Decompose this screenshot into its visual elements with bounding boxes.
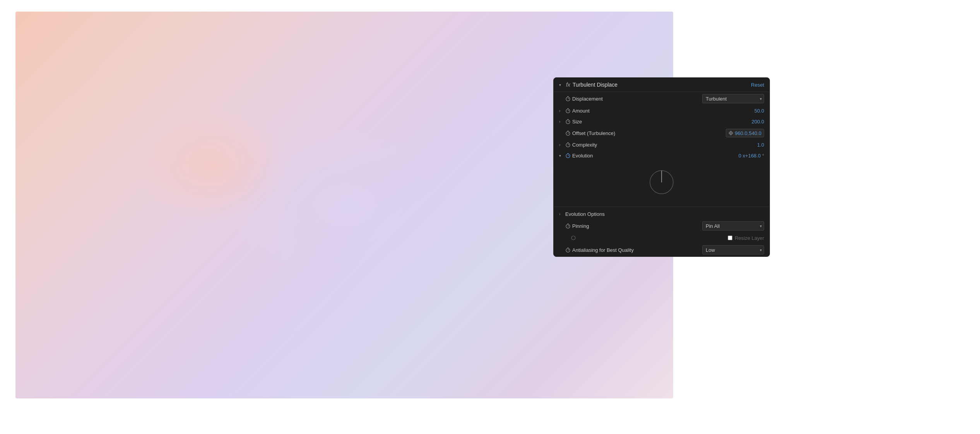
row-offset: Offset (Turbulence) 960.0,540.0 (554, 127, 770, 139)
stopwatch-icon-antialiasing[interactable] (565, 247, 571, 253)
row-right-complexity: 1.0 (687, 142, 764, 148)
svg-line-26 (568, 155, 569, 156)
row-displacement: Displacement Turbulent Turbulent Smoothe… (554, 92, 770, 105)
row-right-displacement: Turbulent Turbulent Smoother Bulge Bulge… (687, 94, 764, 103)
row-left-resize (559, 235, 687, 241)
stopwatch-icon-offset[interactable] (565, 130, 571, 136)
evolution-dial[interactable] (648, 169, 675, 196)
row-left-evolution: ▾ Evolution (559, 153, 687, 159)
row-complexity: › Complexity 1.0 (554, 139, 770, 150)
resize-layer-checkbox-wrapper: Resize Layer (728, 235, 764, 241)
stopwatch-icon-evolution[interactable] (565, 153, 571, 158)
stopwatch-icon-size[interactable] (565, 119, 571, 124)
row-pinning: Pinning Pin All Pin To Corner Pin To Lay… (554, 219, 770, 232)
row-left-antialiasing: Antialiasing for Best Quality (559, 247, 687, 253)
row-right-antialiasing: Low Medium High ▾ (687, 245, 764, 255)
svg-line-32 (568, 226, 569, 226)
row-size: › Size 200.0 (554, 116, 770, 127)
panel-collapse-arrow[interactable]: ▾ (559, 83, 564, 87)
evolution-collapse-arrow[interactable]: ▾ (559, 154, 564, 158)
evolution-options-expand-arrow[interactable]: › (559, 212, 564, 216)
displacement-label: Displacement (572, 96, 603, 102)
row-left-displacement: Displacement (559, 96, 687, 102)
row-left-offset: Offset (Turbulence) (559, 130, 687, 136)
displacement-dropdown-wrapper: Turbulent Turbulent Smoother Bulge Bulge… (702, 94, 764, 103)
antialiasing-dropdown-wrapper: Low Medium High ▾ (702, 245, 764, 255)
svg-line-11 (568, 121, 569, 122)
circle-icon-resize (571, 235, 576, 241)
row-left-amount: › Amount (559, 108, 687, 114)
effects-panel: ▾ fx Turbulent Displace Reset Displaceme… (553, 77, 770, 257)
panel-title-group: ▾ fx Turbulent Displace (559, 82, 617, 88)
pinning-dropdown[interactable]: Pin All Pin To Corner Pin To Layer (702, 221, 764, 231)
row-left-size: › Size (559, 119, 687, 125)
complexity-value[interactable]: 1.0 (757, 142, 764, 148)
complexity-label: Complexity (572, 142, 597, 148)
antialiasing-dropdown[interactable]: Low Medium High (702, 245, 764, 255)
stopwatch-icon-complexity[interactable] (565, 142, 571, 147)
row-right-pinning: Pin All Pin To Corner Pin To Layer ▾ (687, 221, 764, 231)
crosshair-coord-button[interactable]: 960.0,540.0 (726, 129, 764, 137)
size-label: Size (572, 119, 582, 125)
svg-point-33 (571, 236, 575, 240)
amount-expand-arrow[interactable]: › (559, 109, 564, 113)
svg-line-22 (568, 144, 569, 145)
row-right-resize: Resize Layer (687, 235, 764, 241)
displacement-dropdown[interactable]: Turbulent Turbulent Smoother Bulge Bulge… (702, 94, 764, 103)
svg-line-37 (568, 249, 569, 250)
pinning-dropdown-wrapper: Pin All Pin To Corner Pin To Layer ▾ (702, 221, 764, 231)
fx-icon: fx (566, 82, 570, 88)
crosshair-icon (729, 131, 733, 135)
stopwatch-icon-displacement[interactable] (565, 96, 571, 101)
row-right-amount: 50.0 (687, 108, 764, 114)
stopwatch-icon-pinning[interactable] (565, 223, 571, 229)
pinning-label: Pinning (572, 223, 589, 229)
svg-line-7 (568, 110, 569, 111)
offset-label: Offset (Turbulence) (572, 130, 615, 136)
row-amount: › Amount 50.0 (554, 105, 770, 116)
stopwatch-icon-amount[interactable] (565, 108, 571, 113)
evolution-label: Evolution (572, 153, 593, 159)
row-right-offset: 960.0,540.0 (687, 129, 764, 137)
evolution-value[interactable]: 0 x+168.0 ° (739, 153, 764, 159)
section-divider-1 (554, 207, 770, 207)
evolution-dial-area (554, 161, 770, 205)
resize-layer-checkbox[interactable] (728, 236, 732, 240)
offset-coord-value: 960.0,540.0 (735, 130, 761, 136)
resize-layer-label: Resize Layer (735, 235, 764, 241)
row-resize-layer: Resize Layer (554, 232, 770, 243)
size-value[interactable]: 200.0 (751, 119, 764, 125)
row-evolution: ▾ Evolution 0 x+168.0 ° (554, 150, 770, 161)
evolution-options-label: Evolution Options (565, 211, 605, 217)
row-antialiasing: Antialiasing for Best Quality Low Medium… (554, 243, 770, 256)
antialiasing-label: Antialiasing for Best Quality (572, 247, 634, 253)
panel-title: Turbulent Displace (573, 82, 617, 88)
reset-button[interactable]: Reset (751, 82, 764, 88)
row-right-size: 200.0 (687, 119, 764, 125)
amount-label: Amount (572, 108, 590, 114)
svg-line-3 (568, 98, 569, 99)
row-left-complexity: › Complexity (559, 142, 687, 148)
complexity-expand-arrow[interactable]: › (559, 143, 564, 147)
size-expand-arrow[interactable]: › (559, 120, 564, 124)
row-left-evolution-options: › Evolution Options (559, 211, 764, 217)
row-right-evolution: 0 x+168.0 ° (687, 153, 764, 159)
amount-value[interactable]: 50.0 (754, 108, 764, 114)
row-evolution-options: › Evolution Options (554, 208, 770, 219)
svg-line-15 (568, 133, 569, 133)
panel-header: ▾ fx Turbulent Displace Reset (554, 78, 770, 92)
row-left-pinning: Pinning (559, 223, 687, 229)
